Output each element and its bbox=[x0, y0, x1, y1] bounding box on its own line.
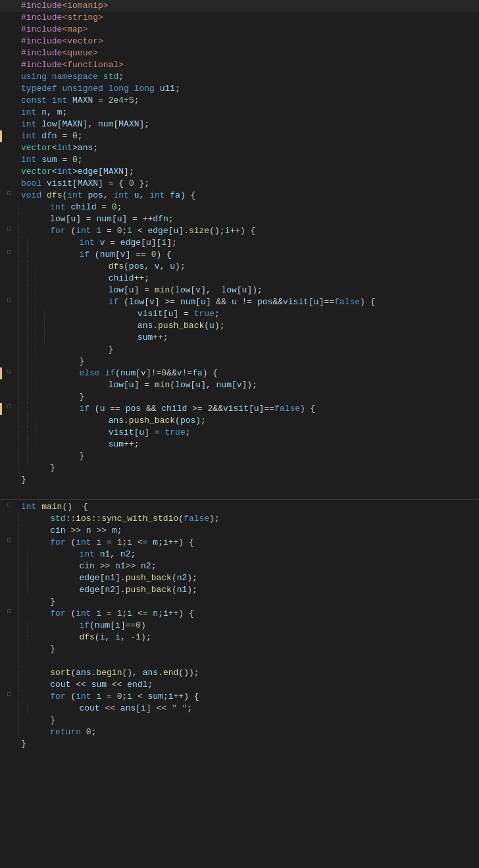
line-gutter: □ bbox=[0, 190, 18, 198]
line-content: } bbox=[27, 715, 479, 726]
line-content: for (int i = 0;i < edge[u].size();i++) { bbox=[27, 225, 479, 237]
indent-guides bbox=[18, 356, 36, 367]
code-line: dfs(i, i, -1); bbox=[0, 632, 479, 643]
code-line: □ else if(num[v]!=0&&v!=fa) { bbox=[0, 367, 479, 379]
line-content: int n1, n2; bbox=[36, 549, 479, 560]
line-content: else if(num[v]!=0&&v!=fa) { bbox=[36, 367, 479, 379]
indent-guides bbox=[18, 261, 44, 273]
line-gutter bbox=[0, 560, 18, 568]
code-line: □ for (int i = 0;i < edge[u].size();i++)… bbox=[0, 225, 479, 237]
code-line: cin >> n >> m; bbox=[0, 525, 479, 537]
code-line: dfs(pos, v, u); bbox=[0, 261, 479, 273]
code-line: #include<functional> bbox=[0, 59, 479, 71]
line-gutter bbox=[0, 71, 18, 79]
indent-guides bbox=[18, 332, 53, 344]
code-line: return 0; bbox=[0, 726, 479, 738]
collapse-button[interactable]: □ bbox=[5, 296, 13, 304]
line-gutter bbox=[0, 726, 18, 734]
indent-guides bbox=[18, 249, 36, 261]
code-line: □void dfs(int pos, int u, int fa) { bbox=[0, 190, 479, 202]
indent-guides bbox=[18, 643, 27, 655]
line-gutter bbox=[0, 308, 18, 316]
code-line: □ for (int i = 1;i <= m;i++) { bbox=[0, 537, 479, 549]
line-gutter bbox=[0, 703, 18, 711]
collapse-button[interactable]: □ bbox=[5, 190, 13, 198]
line-gutter: □ bbox=[0, 249, 18, 257]
line-gutter bbox=[0, 738, 18, 746]
line-gutter bbox=[0, 427, 18, 435]
code-line: int low[MAXN], num[MAXN]; bbox=[0, 119, 479, 130]
code-line: #include<map> bbox=[0, 24, 479, 36]
code-line: } bbox=[0, 391, 479, 403]
indent-guides bbox=[18, 320, 53, 332]
code-line: } bbox=[0, 462, 479, 474]
indent-guides bbox=[18, 391, 36, 403]
line-content: } bbox=[44, 344, 479, 356]
line-gutter bbox=[0, 83, 18, 91]
line-content: visit[u] = true; bbox=[53, 308, 479, 320]
code-line: low[u] = num[u] = ++dfn; bbox=[0, 213, 479, 225]
code-line: visit[u] = true; bbox=[0, 308, 479, 320]
line-content: #include<string> bbox=[18, 12, 479, 24]
indent-guides bbox=[18, 439, 44, 450]
collapse-button[interactable]: □ bbox=[5, 225, 13, 233]
code-line: vector<int>edge[MAXN]; bbox=[0, 166, 479, 178]
line-gutter bbox=[0, 320, 18, 328]
line-content: } bbox=[36, 356, 479, 367]
collapse-button[interactable]: □ bbox=[5, 608, 13, 616]
line-gutter bbox=[0, 12, 18, 20]
collapse-button[interactable]: □ bbox=[5, 501, 13, 509]
collapse-button[interactable]: □ bbox=[5, 249, 13, 257]
indent-guides bbox=[18, 726, 27, 738]
indent-guides bbox=[18, 344, 44, 356]
code-line: int n1, n2; bbox=[0, 549, 479, 560]
collapse-button[interactable]: □ bbox=[5, 691, 13, 699]
indent-guides bbox=[18, 525, 27, 537]
code-line: ans.push_back(pos); bbox=[0, 415, 479, 427]
collapse-button[interactable]: □ bbox=[5, 403, 13, 411]
line-content: #include<vector> bbox=[18, 36, 479, 47]
line-content: vector<int>ans; bbox=[18, 142, 479, 154]
code-line: low[u] = min(low[v], low[u]); bbox=[0, 285, 479, 296]
line-content: int n, m; bbox=[18, 107, 479, 119]
line-content: if (low[v] >= num[u] && u != pos&&visit[… bbox=[44, 296, 479, 308]
code-line: visit[u] = true; bbox=[0, 427, 479, 439]
indent-guides bbox=[18, 273, 44, 285]
code-line: sum++; bbox=[0, 439, 479, 450]
code-line: using namespace std; bbox=[0, 71, 479, 83]
code-line: □ if (low[v] >= num[u] && u != pos&&visi… bbox=[0, 296, 479, 308]
collapse-button[interactable]: □ bbox=[5, 537, 13, 545]
line-gutter bbox=[0, 332, 18, 340]
line-content: typedef unsigned long long u11; bbox=[18, 83, 479, 95]
code-line: cout << ans[i] << " "; bbox=[0, 703, 479, 715]
line-gutter bbox=[0, 24, 18, 32]
line-content: for (int i = 0;i < sum;i++) { bbox=[27, 691, 479, 703]
code-line: const int MAXN = 2e4+5; bbox=[0, 95, 479, 107]
code-line: sum++; bbox=[0, 332, 479, 344]
code-line: typedef unsigned long long u11; bbox=[0, 83, 479, 95]
line-content: #include<queue> bbox=[18, 47, 479, 59]
code-line: ans.push_back(u); bbox=[0, 320, 479, 332]
indent-guides bbox=[18, 691, 27, 703]
code-line: std::ios::sync_with_stdio(false); bbox=[0, 513, 479, 525]
line-gutter bbox=[0, 596, 18, 604]
line-content: } bbox=[27, 643, 479, 655]
collapse-button[interactable]: □ bbox=[5, 367, 13, 375]
line-content: } bbox=[27, 596, 479, 608]
line-gutter bbox=[0, 142, 18, 150]
line-gutter bbox=[0, 667, 18, 675]
line-content: } bbox=[36, 391, 479, 403]
line-content: void dfs(int pos, int u, int fa) { bbox=[18, 190, 479, 202]
line-content: int low[MAXN], num[MAXN]; bbox=[18, 119, 479, 130]
line-gutter: □ bbox=[0, 296, 18, 304]
line-gutter: □ bbox=[0, 367, 18, 375]
indent-guides bbox=[18, 703, 36, 715]
line-gutter bbox=[0, 36, 18, 43]
line-gutter: □ bbox=[0, 403, 18, 411]
line-gutter bbox=[0, 213, 18, 221]
code-line bbox=[0, 655, 479, 667]
code-line: edge[n2].push_back(n1); bbox=[0, 584, 479, 596]
code-editor: #include<iomanip>#include<string>#includ… bbox=[0, 0, 479, 750]
indent-guides bbox=[18, 308, 53, 320]
code-line: } bbox=[0, 715, 479, 726]
